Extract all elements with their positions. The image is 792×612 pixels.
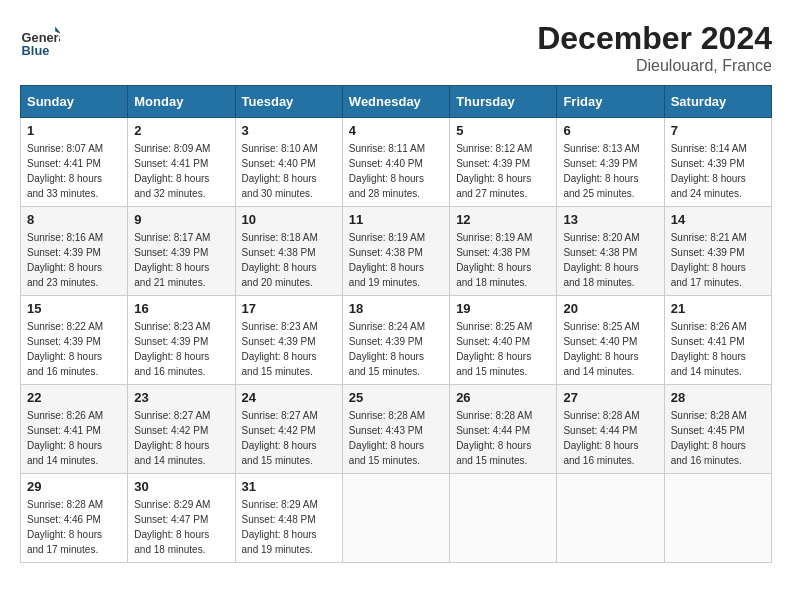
week-row-1: 1Sunrise: 8:07 AMSunset: 4:41 PMDaylight… (21, 118, 772, 207)
day-number: 30 (134, 479, 228, 494)
calendar-table: SundayMondayTuesdayWednesdayThursdayFrid… (20, 85, 772, 563)
col-header-thursday: Thursday (450, 86, 557, 118)
day-cell: 9Sunrise: 8:17 AMSunset: 4:39 PMDaylight… (128, 207, 235, 296)
day-cell: 17Sunrise: 8:23 AMSunset: 4:39 PMDayligh… (235, 296, 342, 385)
day-number: 16 (134, 301, 228, 316)
day-number: 21 (671, 301, 765, 316)
day-info: Sunrise: 8:26 AMSunset: 4:41 PMDaylight:… (27, 408, 121, 468)
day-info: Sunrise: 8:28 AMSunset: 4:45 PMDaylight:… (671, 408, 765, 468)
day-cell: 21Sunrise: 8:26 AMSunset: 4:41 PMDayligh… (664, 296, 771, 385)
day-cell: 25Sunrise: 8:28 AMSunset: 4:43 PMDayligh… (342, 385, 449, 474)
day-cell: 27Sunrise: 8:28 AMSunset: 4:44 PMDayligh… (557, 385, 664, 474)
day-info: Sunrise: 8:23 AMSunset: 4:39 PMDaylight:… (134, 319, 228, 379)
day-cell: 2Sunrise: 8:09 AMSunset: 4:41 PMDaylight… (128, 118, 235, 207)
day-info: Sunrise: 8:09 AMSunset: 4:41 PMDaylight:… (134, 141, 228, 201)
logo-icon: General Blue (20, 20, 60, 60)
day-cell: 13Sunrise: 8:20 AMSunset: 4:38 PMDayligh… (557, 207, 664, 296)
logo: General Blue (20, 20, 64, 60)
day-info: Sunrise: 8:25 AMSunset: 4:40 PMDaylight:… (456, 319, 550, 379)
day-cell: 3Sunrise: 8:10 AMSunset: 4:40 PMDaylight… (235, 118, 342, 207)
day-info: Sunrise: 8:27 AMSunset: 4:42 PMDaylight:… (242, 408, 336, 468)
day-cell: 31Sunrise: 8:29 AMSunset: 4:48 PMDayligh… (235, 474, 342, 563)
day-cell: 16Sunrise: 8:23 AMSunset: 4:39 PMDayligh… (128, 296, 235, 385)
day-number: 5 (456, 123, 550, 138)
day-info: Sunrise: 8:29 AMSunset: 4:47 PMDaylight:… (134, 497, 228, 557)
day-cell: 11Sunrise: 8:19 AMSunset: 4:38 PMDayligh… (342, 207, 449, 296)
day-number: 11 (349, 212, 443, 227)
col-header-wednesday: Wednesday (342, 86, 449, 118)
day-number: 17 (242, 301, 336, 316)
week-row-4: 22Sunrise: 8:26 AMSunset: 4:41 PMDayligh… (21, 385, 772, 474)
day-cell (342, 474, 449, 563)
day-cell: 8Sunrise: 8:16 AMSunset: 4:39 PMDaylight… (21, 207, 128, 296)
day-info: Sunrise: 8:27 AMSunset: 4:42 PMDaylight:… (134, 408, 228, 468)
day-cell: 19Sunrise: 8:25 AMSunset: 4:40 PMDayligh… (450, 296, 557, 385)
day-number: 10 (242, 212, 336, 227)
day-number: 20 (563, 301, 657, 316)
day-cell: 30Sunrise: 8:29 AMSunset: 4:47 PMDayligh… (128, 474, 235, 563)
day-cell (664, 474, 771, 563)
day-info: Sunrise: 8:28 AMSunset: 4:44 PMDaylight:… (563, 408, 657, 468)
day-info: Sunrise: 8:18 AMSunset: 4:38 PMDaylight:… (242, 230, 336, 290)
day-number: 1 (27, 123, 121, 138)
day-info: Sunrise: 8:24 AMSunset: 4:39 PMDaylight:… (349, 319, 443, 379)
day-number: 27 (563, 390, 657, 405)
svg-text:Blue: Blue (22, 43, 50, 58)
day-cell (557, 474, 664, 563)
day-number: 15 (27, 301, 121, 316)
col-header-tuesday: Tuesday (235, 86, 342, 118)
day-cell: 7Sunrise: 8:14 AMSunset: 4:39 PMDaylight… (664, 118, 771, 207)
week-row-5: 29Sunrise: 8:28 AMSunset: 4:46 PMDayligh… (21, 474, 772, 563)
day-number: 18 (349, 301, 443, 316)
day-number: 4 (349, 123, 443, 138)
col-header-sunday: Sunday (21, 86, 128, 118)
day-number: 28 (671, 390, 765, 405)
day-info: Sunrise: 8:26 AMSunset: 4:41 PMDaylight:… (671, 319, 765, 379)
col-header-saturday: Saturday (664, 86, 771, 118)
title-block: December 2024 Dieulouard, France (537, 20, 772, 75)
day-cell: 1Sunrise: 8:07 AMSunset: 4:41 PMDaylight… (21, 118, 128, 207)
day-cell: 23Sunrise: 8:27 AMSunset: 4:42 PMDayligh… (128, 385, 235, 474)
week-row-3: 15Sunrise: 8:22 AMSunset: 4:39 PMDayligh… (21, 296, 772, 385)
day-info: Sunrise: 8:16 AMSunset: 4:39 PMDaylight:… (27, 230, 121, 290)
day-number: 12 (456, 212, 550, 227)
day-number: 8 (27, 212, 121, 227)
day-cell: 20Sunrise: 8:25 AMSunset: 4:40 PMDayligh… (557, 296, 664, 385)
day-info: Sunrise: 8:14 AMSunset: 4:39 PMDaylight:… (671, 141, 765, 201)
day-number: 29 (27, 479, 121, 494)
header-row: SundayMondayTuesdayWednesdayThursdayFrid… (21, 86, 772, 118)
day-cell: 15Sunrise: 8:22 AMSunset: 4:39 PMDayligh… (21, 296, 128, 385)
day-number: 26 (456, 390, 550, 405)
day-cell: 5Sunrise: 8:12 AMSunset: 4:39 PMDaylight… (450, 118, 557, 207)
day-info: Sunrise: 8:13 AMSunset: 4:39 PMDaylight:… (563, 141, 657, 201)
day-number: 23 (134, 390, 228, 405)
day-info: Sunrise: 8:19 AMSunset: 4:38 PMDaylight:… (456, 230, 550, 290)
location: Dieulouard, France (537, 57, 772, 75)
day-cell: 26Sunrise: 8:28 AMSunset: 4:44 PMDayligh… (450, 385, 557, 474)
day-info: Sunrise: 8:20 AMSunset: 4:38 PMDaylight:… (563, 230, 657, 290)
day-info: Sunrise: 8:21 AMSunset: 4:39 PMDaylight:… (671, 230, 765, 290)
day-info: Sunrise: 8:11 AMSunset: 4:40 PMDaylight:… (349, 141, 443, 201)
day-info: Sunrise: 8:29 AMSunset: 4:48 PMDaylight:… (242, 497, 336, 557)
col-header-monday: Monday (128, 86, 235, 118)
day-info: Sunrise: 8:28 AMSunset: 4:46 PMDaylight:… (27, 497, 121, 557)
day-info: Sunrise: 8:17 AMSunset: 4:39 PMDaylight:… (134, 230, 228, 290)
day-cell: 18Sunrise: 8:24 AMSunset: 4:39 PMDayligh… (342, 296, 449, 385)
day-info: Sunrise: 8:10 AMSunset: 4:40 PMDaylight:… (242, 141, 336, 201)
day-cell: 22Sunrise: 8:26 AMSunset: 4:41 PMDayligh… (21, 385, 128, 474)
day-cell: 10Sunrise: 8:18 AMSunset: 4:38 PMDayligh… (235, 207, 342, 296)
day-number: 9 (134, 212, 228, 227)
month-title: December 2024 (537, 20, 772, 57)
day-number: 31 (242, 479, 336, 494)
day-number: 24 (242, 390, 336, 405)
day-cell: 4Sunrise: 8:11 AMSunset: 4:40 PMDaylight… (342, 118, 449, 207)
day-cell: 24Sunrise: 8:27 AMSunset: 4:42 PMDayligh… (235, 385, 342, 474)
day-cell (450, 474, 557, 563)
day-info: Sunrise: 8:19 AMSunset: 4:38 PMDaylight:… (349, 230, 443, 290)
day-cell: 12Sunrise: 8:19 AMSunset: 4:38 PMDayligh… (450, 207, 557, 296)
day-info: Sunrise: 8:25 AMSunset: 4:40 PMDaylight:… (563, 319, 657, 379)
col-header-friday: Friday (557, 86, 664, 118)
day-number: 13 (563, 212, 657, 227)
day-info: Sunrise: 8:28 AMSunset: 4:43 PMDaylight:… (349, 408, 443, 468)
day-cell: 14Sunrise: 8:21 AMSunset: 4:39 PMDayligh… (664, 207, 771, 296)
